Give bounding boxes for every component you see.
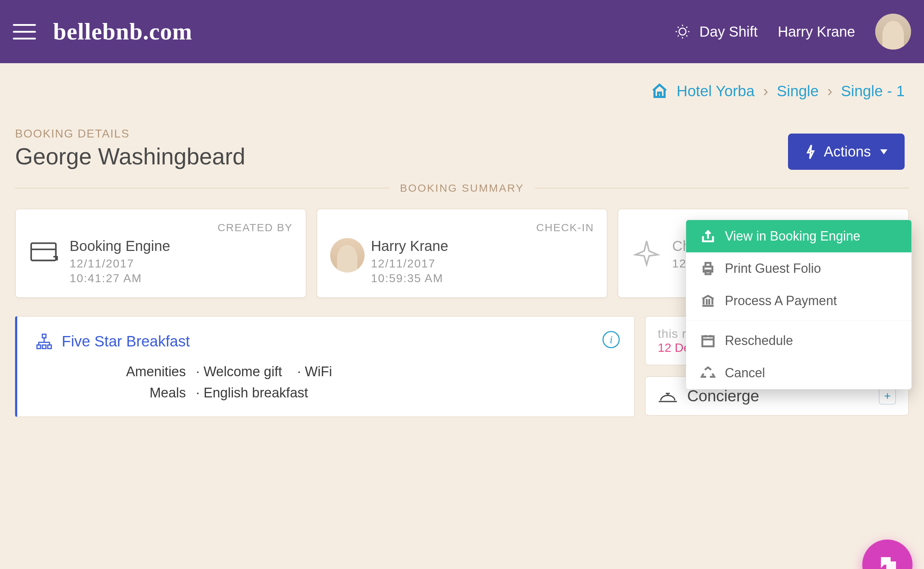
menu-process-payment[interactable]: Process A Payment (686, 284, 912, 317)
svg-rect-7 (37, 345, 41, 348)
home-icon[interactable] (651, 82, 668, 100)
card-date: 12/11/2017 (70, 257, 293, 270)
concierge-label: Concierge (687, 387, 759, 405)
card-date: 12/11/2017 (371, 257, 594, 270)
package-panel: i Five Star Breakfast Amenities Welcome … (15, 316, 635, 417)
menu-view-booking-engine[interactable]: View in Booking Engine (686, 220, 912, 253)
menu-print-guest-folio[interactable]: Print Guest Folio (686, 253, 912, 284)
bell-icon (658, 388, 678, 404)
bank-icon (701, 293, 716, 308)
menu-label: Cancel (725, 365, 765, 380)
package-name[interactable]: Five Star Breakfast (62, 333, 190, 350)
title-block: BOOKING DETAILS George Washingbeard (15, 127, 246, 170)
amenities-value: Welcome gift WiFi (196, 364, 616, 379)
recycle-icon (701, 365, 716, 380)
menu-label: Reschedule (725, 333, 793, 348)
breadcrumb-sep: › (763, 82, 768, 100)
menu-label: View in Booking Engine (725, 229, 860, 244)
card-check-in: CHECK-IN Harry Krane 12/11/2017 10:59:35… (317, 208, 608, 298)
menu-label: Print Guest Folio (725, 261, 821, 276)
meals-value: English breakfast (196, 385, 616, 401)
breadcrumb-hotel[interactable]: Hotel Yorba (677, 82, 755, 100)
svg-point-0 (679, 28, 686, 35)
section-label: BOOKING SUMMARY (389, 182, 535, 194)
meals-label: Meals (35, 385, 186, 401)
chat-fab[interactable] (862, 540, 912, 569)
actions-dropdown: View in Booking Engine Print Guest Folio… (686, 220, 912, 389)
svg-rect-9 (48, 345, 51, 348)
svg-rect-3 (706, 263, 710, 267)
breadcrumb-room[interactable]: Single - 1 (841, 82, 904, 100)
airplane-icon (631, 238, 663, 269)
menu-separator (686, 321, 912, 321)
breadcrumb: Hotel Yorba › Single › Single - 1 (0, 63, 924, 100)
card-created-by: CREATED BY Booking Engine 12/11/2017 10:… (15, 208, 306, 298)
menu-reschedule[interactable]: Reschedule (686, 324, 912, 357)
breadcrumb-sep: › (827, 82, 833, 100)
avatar[interactable] (875, 14, 911, 50)
avatar (330, 238, 364, 272)
svg-rect-8 (42, 345, 46, 348)
card-time: 10:41:27 AM (70, 272, 293, 285)
breadcrumb-roomtype[interactable]: Single (777, 82, 819, 100)
amenities-label: Amenities (35, 364, 186, 379)
card-value: Harry Krane (371, 238, 594, 254)
top-bar: bellebnb.com Day Shift Harry Krane (0, 0, 924, 63)
menu-icon[interactable] (13, 24, 36, 40)
menu-label: Process A Payment (725, 293, 837, 308)
chevron-down-icon (880, 149, 888, 154)
hierarchy-icon (35, 332, 53, 350)
chat-icon (877, 554, 898, 569)
header-user-name[interactable]: Harry Krane (778, 24, 855, 40)
share-icon (701, 229, 716, 244)
actions-label: Actions (824, 144, 871, 160)
info-icon[interactable]: i (602, 331, 620, 348)
section-divider: BOOKING SUMMARY (0, 170, 924, 194)
svg-rect-6 (42, 334, 46, 338)
card-value: Booking Engine (70, 238, 293, 254)
shift-label: Day Shift (699, 24, 757, 40)
svg-rect-5 (702, 336, 714, 347)
printer-icon (701, 261, 716, 276)
title-overline: BOOKING DETAILS (15, 127, 246, 140)
card-time: 10:59:35 AM (371, 272, 594, 285)
page-title: George Washingbeard (15, 143, 246, 170)
card-label: CREATED BY (29, 222, 293, 234)
sun-icon (674, 23, 691, 40)
shift-toggle[interactable]: Day Shift (674, 23, 757, 40)
calendar-icon (701, 333, 716, 348)
bolt-icon (805, 144, 816, 160)
add-concierge-button[interactable]: + (879, 387, 896, 405)
actions-button[interactable]: Actions (788, 134, 904, 170)
menu-cancel[interactable]: Cancel (686, 357, 912, 389)
booking-engine-icon (29, 238, 60, 263)
card-label: CHECK-IN (330, 222, 594, 234)
svg-rect-1 (31, 243, 56, 260)
brand-logo[interactable]: bellebnb.com (53, 18, 192, 45)
